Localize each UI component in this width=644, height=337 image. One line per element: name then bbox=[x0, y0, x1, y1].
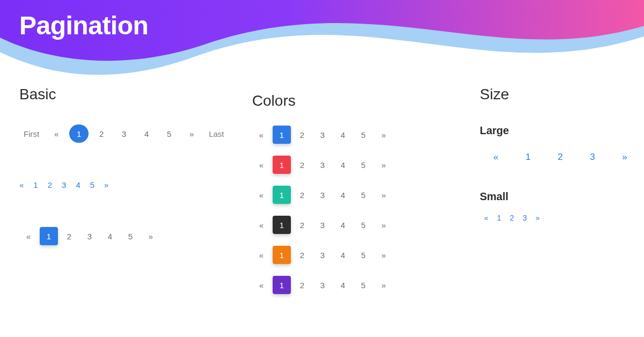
page-3[interactable]: 3 bbox=[576, 145, 609, 169]
page-5[interactable]: 5 bbox=[90, 180, 94, 189]
page-2[interactable]: 2 bbox=[48, 180, 52, 189]
pagination-basic-boxed: « 1 2 3 4 5 » bbox=[19, 227, 236, 245]
pagination-color-warning: « 1 2 3 4 5 » bbox=[252, 246, 464, 264]
page-1[interactable]: 1 bbox=[40, 227, 58, 245]
page-3[interactable]: 3 bbox=[313, 126, 332, 144]
page-5[interactable]: 5 bbox=[354, 246, 372, 264]
page-next[interactable]: » bbox=[375, 246, 393, 264]
page-next[interactable]: » bbox=[104, 180, 108, 189]
section-basic: Basic First « 1 2 3 4 5 » Last « 1 2 3 4… bbox=[19, 86, 236, 306]
page-4[interactable]: 4 bbox=[334, 186, 352, 204]
pagination-color-purple: « 1 2 3 4 5 » bbox=[252, 276, 464, 294]
page-4[interactable]: 4 bbox=[334, 126, 352, 144]
page-2[interactable]: 2 bbox=[293, 246, 311, 264]
page-next[interactable]: » bbox=[375, 186, 393, 204]
page-prev[interactable]: « bbox=[19, 180, 24, 189]
page-2[interactable]: 2 bbox=[293, 156, 311, 174]
page-next[interactable]: » bbox=[375, 276, 393, 294]
page-4[interactable]: 4 bbox=[101, 227, 119, 245]
page-1[interactable]: 1 bbox=[33, 180, 38, 189]
page-next[interactable]: » bbox=[375, 216, 393, 234]
page-1[interactable]: 1 bbox=[512, 145, 544, 169]
page-next[interactable]: » bbox=[182, 124, 201, 143]
page-3[interactable]: 3 bbox=[313, 216, 332, 234]
pagination-color-teal: « 1 2 3 4 5 » bbox=[252, 186, 464, 204]
page-1[interactable]: 1 bbox=[273, 186, 291, 204]
page-3[interactable]: 3 bbox=[114, 124, 134, 143]
pagination-basic-classic: First « 1 2 3 4 5 » Last bbox=[19, 124, 236, 143]
section-colors: Colors « 1 2 3 4 5 » « 1 2 3 4 5 » « 1 2… bbox=[252, 86, 464, 306]
page-4[interactable]: 4 bbox=[334, 276, 352, 294]
size-small-label: Small bbox=[480, 191, 625, 203]
pagination-color-danger: « 1 2 3 4 5 » bbox=[252, 156, 464, 174]
page-1[interactable]: 1 bbox=[69, 124, 89, 143]
page-1[interactable]: 1 bbox=[273, 216, 291, 234]
page-2[interactable]: 2 bbox=[544, 145, 576, 169]
page-prev[interactable]: « bbox=[252, 216, 270, 234]
page-2[interactable]: 2 bbox=[60, 227, 78, 245]
pagination-large: « 1 2 3 » bbox=[480, 145, 625, 169]
page-1[interactable]: 1 bbox=[493, 211, 506, 224]
page-prev[interactable]: « bbox=[252, 126, 270, 144]
page-last[interactable]: Last bbox=[204, 124, 228, 143]
page-first[interactable]: First bbox=[19, 124, 43, 143]
page-title: Pagination bbox=[19, 11, 148, 40]
section-heading-colors: Colors bbox=[252, 92, 464, 109]
page-prev[interactable]: « bbox=[252, 186, 270, 204]
page-2[interactable]: 2 bbox=[92, 124, 111, 143]
pagination-color-dark: « 1 2 3 4 5 » bbox=[252, 216, 464, 234]
page-2[interactable]: 2 bbox=[293, 186, 311, 204]
page-header: Pagination bbox=[0, 0, 644, 75]
section-heading-size: Size bbox=[480, 86, 625, 103]
page-3[interactable]: 3 bbox=[313, 186, 332, 204]
page-next[interactable]: » bbox=[531, 211, 544, 224]
page-prev[interactable]: « bbox=[252, 246, 270, 264]
page-next[interactable]: » bbox=[609, 145, 641, 169]
page-2[interactable]: 2 bbox=[293, 126, 311, 144]
section-heading-basic: Basic bbox=[19, 86, 236, 103]
page-5[interactable]: 5 bbox=[159, 124, 179, 143]
page-4[interactable]: 4 bbox=[334, 156, 352, 174]
page-3[interactable]: 3 bbox=[62, 180, 66, 189]
page-next[interactable]: » bbox=[142, 227, 160, 245]
page-3[interactable]: 3 bbox=[313, 276, 332, 294]
page-prev[interactable]: « bbox=[252, 156, 270, 174]
page-1[interactable]: 1 bbox=[273, 126, 291, 144]
page-1[interactable]: 1 bbox=[273, 156, 291, 174]
page-3[interactable]: 3 bbox=[313, 156, 332, 174]
page-5[interactable]: 5 bbox=[354, 186, 372, 204]
section-size: Size Large « 1 2 3 » Small « 1 2 3 » bbox=[480, 86, 625, 306]
page-4[interactable]: 4 bbox=[137, 124, 156, 143]
page-4[interactable]: 4 bbox=[334, 246, 352, 264]
page-2[interactable]: 2 bbox=[293, 276, 311, 294]
page-5[interactable]: 5 bbox=[121, 227, 140, 245]
pagination-basic-links: « 1 2 3 4 5 » bbox=[19, 180, 236, 189]
page-3[interactable]: 3 bbox=[313, 246, 332, 264]
pagination-small: « 1 2 3 » bbox=[480, 211, 625, 224]
page-4[interactable]: 4 bbox=[334, 216, 352, 234]
page-1[interactable]: 1 bbox=[273, 246, 291, 264]
page-5[interactable]: 5 bbox=[354, 156, 372, 174]
page-1[interactable]: 1 bbox=[273, 276, 291, 294]
page-prev[interactable]: « bbox=[252, 276, 270, 294]
page-2[interactable]: 2 bbox=[293, 216, 311, 234]
page-5[interactable]: 5 bbox=[354, 126, 372, 144]
page-prev[interactable]: « bbox=[19, 227, 38, 245]
page-5[interactable]: 5 bbox=[354, 216, 372, 234]
page-4[interactable]: 4 bbox=[76, 180, 80, 189]
page-3[interactable]: 3 bbox=[518, 211, 531, 224]
pagination-color-primary: « 1 2 3 4 5 » bbox=[252, 126, 464, 144]
page-3[interactable]: 3 bbox=[80, 227, 99, 245]
page-next[interactable]: » bbox=[375, 126, 393, 144]
page-prev[interactable]: « bbox=[480, 145, 512, 169]
page-prev[interactable]: « bbox=[47, 124, 66, 143]
page-prev[interactable]: « bbox=[480, 211, 493, 224]
page-next[interactable]: » bbox=[375, 156, 393, 174]
size-large-label: Large bbox=[480, 124, 625, 137]
page-5[interactable]: 5 bbox=[354, 276, 372, 294]
page-2[interactable]: 2 bbox=[506, 211, 518, 224]
